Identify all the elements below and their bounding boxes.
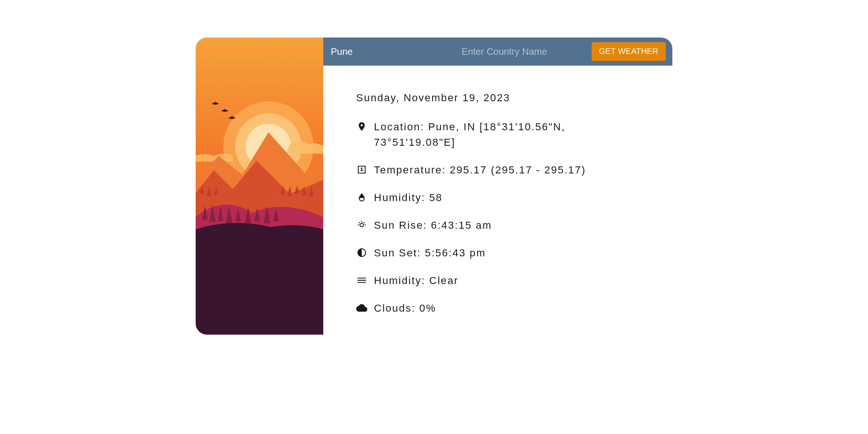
location-text: Location: Pune, IN [18°31'10.56"N, 73°51… — [374, 119, 640, 150]
condition-line: Humidity: Clear — [356, 273, 640, 288]
temperature-text: Temperature: 295.17 (295.17 - 295.17) — [374, 162, 640, 178]
weather-card: GET WEATHER Sunday, November 19, 2023 Lo… — [196, 37, 672, 335]
temperature-icon — [356, 164, 367, 175]
humidity-text: Humidity: 58 — [374, 190, 640, 205]
sunset-line: Sun Set: 5:56:43 pm — [356, 245, 640, 261]
sunrise-line: Sun Rise: 6:43:15 am — [356, 217, 640, 233]
temperature-line: Temperature: 295.17 (295.17 - 295.17) — [356, 162, 640, 178]
weather-details: Sunday, November 19, 2023 Location: Pune… — [323, 66, 672, 335]
side-illustration — [196, 37, 323, 335]
humidity-icon — [356, 192, 367, 203]
get-weather-button[interactable]: GET WEATHER — [592, 42, 666, 61]
sunset-text: Sun Set: 5:56:43 pm — [374, 245, 640, 261]
sunrise-text: Sun Rise: 6:43:15 am — [374, 217, 640, 233]
dehaze-icon — [356, 275, 367, 286]
search-bar: GET WEATHER — [323, 37, 672, 66]
content-panel: GET WEATHER Sunday, November 19, 2023 Lo… — [323, 37, 672, 335]
country-input[interactable] — [461, 44, 584, 60]
sunset-icon — [356, 247, 367, 258]
sunrise-icon — [356, 219, 367, 231]
clouds-text: Clouds: 0% — [374, 300, 640, 316]
location-line: Location: Pune, IN [18°31'10.56"N, 73°51… — [356, 119, 640, 150]
condition-text: Humidity: Clear — [374, 273, 640, 288]
clouds-line: Clouds: 0% — [356, 300, 640, 316]
date-text: Sunday, November 19, 2023 — [356, 92, 640, 104]
humidity-line: Humidity: 58 — [356, 190, 640, 205]
city-input[interactable] — [330, 44, 453, 60]
location-pin-icon — [356, 121, 367, 132]
cloud-icon — [356, 302, 367, 314]
